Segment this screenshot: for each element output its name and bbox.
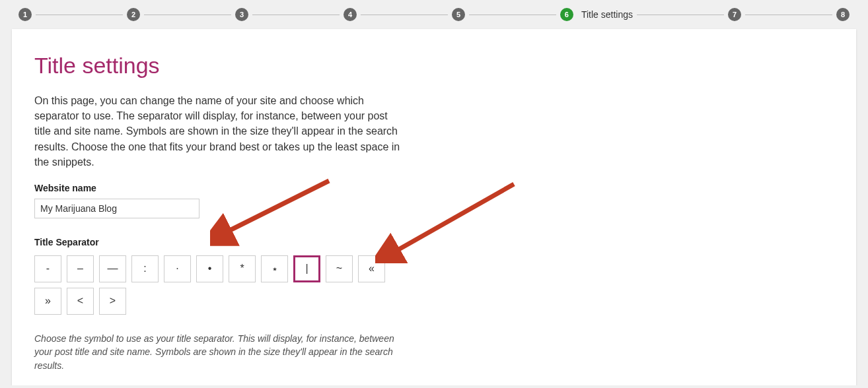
wizard-step-6[interactable]: 6Title settings [560,8,633,21]
page-description: On this page, you can change the name of… [34,93,404,170]
step-circle: 1 [18,8,32,21]
separator-option[interactable]: : [131,255,159,282]
step-connector [469,15,556,15]
separator-helper-text: Choose the symbol to use as your title s… [34,332,404,372]
wizard-step-2[interactable]: 2 [127,8,140,21]
page-title: Title settings [34,53,834,79]
separator-option[interactable]: > [99,288,126,315]
separator-option[interactable]: — [99,255,126,282]
wizard-step-5[interactable]: 5 [452,8,465,21]
wizard-step-3[interactable]: 3 [235,8,248,21]
separator-option[interactable]: « [358,255,385,282]
separator-option[interactable]: | [293,255,320,282]
title-separator-label: Title Separator [34,237,834,247]
step-circle: 8 [836,8,850,21]
step-connector [144,15,231,15]
step-circle: 3 [235,8,248,21]
step-connector [745,15,832,15]
wizard-step-7[interactable]: 7 [728,8,741,21]
step-label: Title settings [581,9,633,20]
website-name-input[interactable] [34,199,199,218]
wizard-step-4[interactable]: 4 [344,8,357,21]
separator-option[interactable]: ⋆ [261,255,288,282]
step-circle: 4 [344,8,357,21]
separator-option[interactable]: < [67,288,94,315]
step-circle: 2 [127,8,140,21]
separator-option[interactable]: » [34,288,61,315]
separator-option[interactable]: - [34,255,61,282]
separator-option[interactable]: • [196,255,223,282]
settings-card: Title settings On this page, you can cha… [12,29,856,385]
wizard-step-8[interactable]: 8 [836,8,850,21]
step-connector [637,15,724,15]
step-circle: 7 [728,8,741,21]
website-name-label: Website name [34,183,834,193]
step-connector [36,15,123,15]
separator-option[interactable]: ~ [326,255,353,282]
wizard-step-1[interactable]: 1 [18,8,32,21]
separator-option[interactable]: * [229,255,256,282]
separator-options: -–—:·•*⋆|~«»<> [34,255,411,315]
step-connector [361,15,448,15]
wizard-stepper: 123456Title settings78 [0,0,868,29]
step-circle: 6 [560,8,573,21]
step-circle: 5 [452,8,465,21]
step-connector [252,15,340,15]
separator-option[interactable]: – [67,255,94,282]
separator-option[interactable]: · [164,255,191,282]
